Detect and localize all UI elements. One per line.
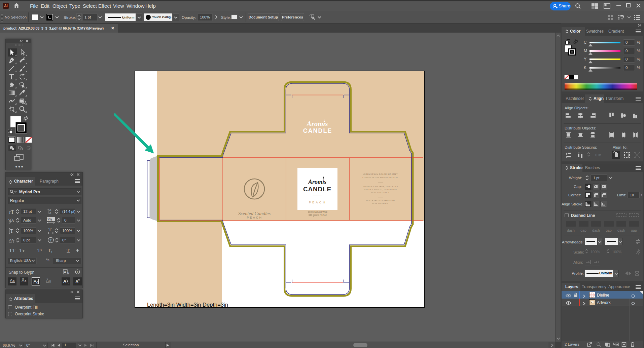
svg-text:A: A: [64, 270, 67, 274]
svg-text:T: T: [11, 209, 14, 215]
svg-text:T: T: [48, 227, 51, 232]
svg-text:g: g: [67, 271, 69, 274]
svg-text:T: T: [10, 228, 13, 234]
svg-text:Scented Candles: Scented Candles: [238, 211, 271, 216]
svg-text:T: T: [50, 238, 52, 242]
svg-text:Length=3in Width=3in Depth=3in: Length=3in Width=3in Depth=3in: [147, 302, 228, 308]
svg-text:NULLA IACULIS VARIUS MI: NULLA IACULIS VARIUS MI: [366, 199, 395, 201]
svg-text:CONSECTETUR ADIPISCING ELIT.: CONSECTETUR ADIPISCING ELIT.: [362, 177, 399, 179]
svg-text:340 grams / 12 oz: 340 grams / 12 oz: [309, 214, 327, 217]
svg-text:g: g: [36, 280, 38, 284]
svg-text:PEACH: PEACH: [309, 200, 327, 204]
svg-text:i: i: [77, 270, 78, 274]
svg-text:PEACH: PEACH: [247, 216, 263, 219]
svg-text:VIVAMUS FAUCIBUS, ORCI EGET: VIVAMUS FAUCIBUS, ORCI EGET: [363, 186, 398, 188]
svg-text:Aromis: Aromis: [306, 120, 328, 128]
svg-text:PLACERAT ORCI.: PLACERAT ORCI.: [371, 192, 390, 194]
svg-text:MATTIS LAOREET, DOLOR NISL: MATTIS LAOREET, DOLOR NISL: [364, 189, 397, 191]
svg-text:NON SODALES.: NON SODALES.: [372, 202, 389, 204]
svg-text:A: A: [34, 279, 36, 284]
svg-text:LOREM IPSUM DOLOR SIT AMET,: LOREM IPSUM DOLOR SIT AMET,: [363, 173, 398, 175]
svg-text:A: A: [11, 218, 14, 223]
svg-text:CANDLE: CANDLE: [303, 186, 331, 193]
svg-text:VA: VA: [47, 217, 52, 221]
svg-text:A: A: [49, 211, 51, 215]
svg-text:100% Natural Wick: 100% Natural Wick: [308, 211, 327, 213]
svg-text:Aromis: Aromis: [308, 179, 326, 185]
svg-text:a: a: [12, 238, 13, 241]
svg-text:CANDLE: CANDLE: [303, 127, 332, 134]
svg-text:A: A: [63, 279, 67, 284]
